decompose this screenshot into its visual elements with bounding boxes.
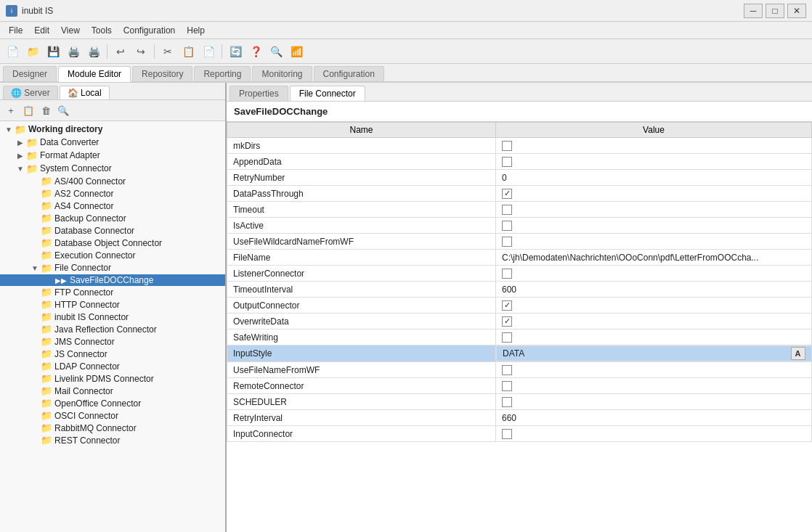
print-btn[interactable]: 🖨️ xyxy=(64,42,83,61)
table-row[interactable]: AppendData xyxy=(227,154,812,170)
props-content[interactable]: SaveFileDOCChange Name Value mkDirsAppen… xyxy=(227,102,812,532)
prop-value[interactable] xyxy=(496,378,812,394)
list-item[interactable]: ▶ 📁 Format Adapter xyxy=(0,149,225,162)
ab-button[interactable]: A xyxy=(791,347,805,360)
table-row[interactable]: ListenerConnector xyxy=(227,266,812,282)
table-row[interactable]: DataPassThrough xyxy=(227,186,812,202)
delete-btn[interactable]: 🗑 xyxy=(38,102,54,118)
table-row[interactable]: RetryNumber0 xyxy=(227,170,812,186)
list-item[interactable]: 📁 AS2 Connector xyxy=(0,187,225,200)
menu-help[interactable]: Help xyxy=(181,24,211,37)
prop-value[interactable] xyxy=(496,298,812,314)
help-btn[interactable]: ❓ xyxy=(246,42,265,61)
table-row[interactable]: mkDirs xyxy=(227,138,812,154)
list-item[interactable]: 📁 HTTP Connector xyxy=(0,298,225,311)
prop-value[interactable] xyxy=(496,154,812,170)
tab-server[interactable]: 🌐 Server xyxy=(3,86,58,99)
expand-data-converter[interactable]: ▶ xyxy=(15,136,26,148)
table-row[interactable]: SCHEDULER xyxy=(227,394,812,410)
tab-properties[interactable]: Properties xyxy=(230,86,288,101)
prop-value[interactable] xyxy=(496,426,812,442)
menu-edit[interactable]: Edit xyxy=(28,24,55,37)
table-row[interactable]: OutputConnector xyxy=(227,298,812,314)
paste-btn[interactable]: 📄 xyxy=(199,42,218,61)
prop-value[interactable] xyxy=(496,266,812,282)
table-row[interactable]: RemoteConnector xyxy=(227,378,812,394)
prop-value[interactable] xyxy=(496,218,812,234)
prop-value[interactable] xyxy=(496,138,812,154)
checkbox[interactable] xyxy=(502,205,512,215)
save-btn[interactable]: 💾 xyxy=(44,42,62,61)
checkbox[interactable] xyxy=(502,316,512,327)
new-btn[interactable]: 📄 xyxy=(3,42,22,61)
prop-value[interactable] xyxy=(496,394,812,410)
expand-format-adapter[interactable]: ▶ xyxy=(15,150,26,161)
table-row[interactable]: Timeout xyxy=(227,202,812,218)
menu-view[interactable]: View xyxy=(55,24,86,37)
menu-file[interactable]: File xyxy=(3,24,28,37)
table-row[interactable]: InputConnector xyxy=(227,426,812,442)
expand-system-connector[interactable]: ▼ xyxy=(15,163,26,174)
list-item[interactable]: ▼ 📁 System Connector xyxy=(0,162,225,175)
list-item[interactable]: 📁 Livelink PDMS Connector xyxy=(0,372,225,385)
list-item[interactable]: ▶ 📁 Data Converter xyxy=(0,136,225,149)
cut-btn[interactable]: ✂ xyxy=(158,42,177,61)
tab-reporting[interactable]: Reporting xyxy=(194,66,251,81)
list-item[interactable]: 📁 JS Connector xyxy=(0,348,225,360)
tab-repository[interactable]: Repository xyxy=(132,66,192,81)
checkbox[interactable] xyxy=(502,221,512,231)
checkbox[interactable] xyxy=(502,332,512,343)
list-item[interactable]: 📁 AS/400 Connector xyxy=(0,175,225,187)
prop-value[interactable] xyxy=(496,330,812,345)
list-item[interactable]: 📁 LDAP Connector xyxy=(0,360,225,372)
checkbox[interactable] xyxy=(502,157,512,167)
list-item[interactable]: 📁 Java Reflection Connector xyxy=(0,323,225,335)
checkbox[interactable] xyxy=(502,397,512,407)
refresh-btn[interactable]: 🔄 xyxy=(226,42,245,61)
prop-value[interactable] xyxy=(496,362,812,378)
search-btn[interactable]: 🔍 xyxy=(267,42,285,61)
prop-value[interactable] xyxy=(496,234,812,250)
table-row[interactable]: UseFileNameFromWF xyxy=(227,362,812,378)
table-row[interactable]: OverwriteData xyxy=(227,314,812,330)
tree-container[interactable]: ▼ 📁 Working directory ▶ 📁 Data Converter… xyxy=(0,121,225,532)
list-item[interactable]: ▼ 📁 File Connector xyxy=(0,261,225,274)
prop-value[interactable] xyxy=(496,202,812,218)
checkbox[interactable] xyxy=(502,365,512,375)
list-item[interactable]: 📁 JMS Connector xyxy=(0,335,225,348)
checkbox[interactable] xyxy=(502,429,512,439)
table-row[interactable]: IsActive xyxy=(227,218,812,234)
prop-value[interactable] xyxy=(496,314,812,330)
list-item[interactable]: 📁 Execution Connector xyxy=(0,249,225,261)
checkbox[interactable] xyxy=(502,300,512,311)
table-row[interactable]: SafeWriting xyxy=(227,330,812,345)
list-item[interactable]: 📁 OpenOffice Connector xyxy=(0,397,225,409)
list-item[interactable]: 📁 inubit IS Connector xyxy=(0,311,225,323)
list-item[interactable]: ▶▶ SaveFileDOCChange xyxy=(0,274,225,286)
copy-btn[interactable]: 📋 xyxy=(179,42,198,61)
tab-file-connector[interactable]: File Connector xyxy=(290,86,365,101)
table-row[interactable]: InputStyleDATAA xyxy=(227,345,812,362)
list-item[interactable]: 📁 Database Object Connector xyxy=(0,237,225,249)
minimize-btn[interactable]: ─ xyxy=(744,4,763,18)
list-item[interactable]: 📁 RabbitMQ Connector xyxy=(0,422,225,434)
menu-configuration[interactable]: Configuration xyxy=(118,24,181,37)
tab-monitoring[interactable]: Monitoring xyxy=(252,66,312,81)
expand-root[interactable]: ▼ xyxy=(3,123,15,135)
close-btn[interactable]: ✕ xyxy=(787,4,806,18)
checkbox[interactable] xyxy=(502,141,512,151)
checkbox[interactable] xyxy=(502,381,512,391)
copy-panel-btn[interactable]: 📋 xyxy=(20,102,36,118)
checkbox[interactable] xyxy=(502,189,512,199)
tab-configuration[interactable]: Configuration xyxy=(314,66,384,81)
maximize-btn[interactable]: □ xyxy=(766,4,784,18)
table-row[interactable]: FileNameC:\jh\Demodaten\Nachrichten\OOoC… xyxy=(227,250,812,266)
tab-designer[interactable]: Designer xyxy=(3,66,57,81)
tab-local[interactable]: 🏠 Local xyxy=(60,86,110,99)
list-item[interactable]: 📁 Backup Connector xyxy=(0,212,225,224)
list-item[interactable]: 📁 Mail Connector xyxy=(0,385,225,397)
prop-value[interactable] xyxy=(496,186,812,202)
table-row[interactable]: RetryInterval660 xyxy=(227,410,812,426)
tree-root[interactable]: ▼ 📁 Working directory xyxy=(0,123,225,136)
tab-module-editor[interactable]: Module Editor xyxy=(58,66,131,82)
